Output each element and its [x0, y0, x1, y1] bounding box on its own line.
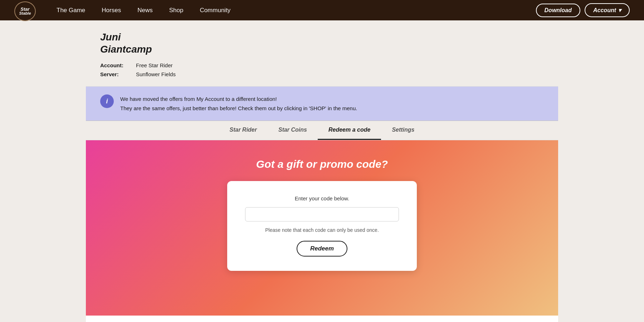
- redeem-note: Please note that each code can only be u…: [265, 227, 379, 233]
- server-value: Sunflower Fields: [136, 71, 176, 77]
- profile-name-line2: Giantcamp: [100, 44, 152, 55]
- navigation: Star Stable The Game Horses News Shop Co…: [0, 0, 644, 20]
- profile-name: Juni Giantcamp: [100, 31, 544, 55]
- profile-account-row: Account: Free Star Rider: [100, 62, 544, 68]
- nav-link-horses[interactable]: Horses: [95, 0, 127, 20]
- tab-settings[interactable]: Settings: [381, 121, 425, 140]
- profile-server-row: Server: Sunflower Fields: [100, 71, 544, 77]
- tab-star-coins[interactable]: Star Coins: [268, 121, 318, 140]
- download-button[interactable]: Download: [536, 4, 580, 17]
- server-label: Server:: [100, 71, 136, 77]
- info-text: We have moved the offers from My Account…: [120, 94, 357, 113]
- nav-link-news[interactable]: News: [131, 0, 159, 20]
- profile-name-line1: Juni: [100, 31, 121, 43]
- nav-link-community[interactable]: Community: [193, 0, 237, 20]
- profile-details: Account: Free Star Rider Server: Sunflow…: [100, 62, 544, 77]
- logo[interactable]: Star Stable: [14, 1, 39, 19]
- main-content: Juni Giantcamp Account: Free Star Rider …: [86, 20, 558, 322]
- nav-link-the-game[interactable]: The Game: [50, 0, 92, 20]
- tabs-bar: Star Rider Star Coins Redeem a code Sett…: [86, 121, 558, 140]
- info-banner: i We have moved the offers from My Accou…: [86, 87, 558, 121]
- account-arrow: ▾: [618, 7, 621, 14]
- redeem-instructions: Enter your code below.: [295, 195, 350, 201]
- account-label: Account: [593, 7, 616, 14]
- nav-links: The Game Horses News Shop Community: [50, 0, 536, 20]
- info-line2: They are the same offers, just better th…: [120, 104, 357, 113]
- info-line1: We have moved the offers from My Account…: [120, 94, 357, 104]
- redeem-section: Got a gift or promo code? Enter your cod…: [86, 140, 558, 316]
- account-button[interactable]: Account ▾: [585, 3, 630, 17]
- profile-header: Juni Giantcamp Account: Free Star Rider …: [86, 20, 558, 87]
- info-icon: i: [100, 94, 114, 108]
- logo-line2: Stable: [19, 11, 31, 15]
- tab-star-rider[interactable]: Star Rider: [219, 121, 268, 140]
- account-label: Account:: [100, 62, 136, 68]
- nav-actions: Download Account ▾: [536, 3, 630, 17]
- tab-redeem-code[interactable]: Redeem a code: [318, 121, 381, 140]
- redeem-button[interactable]: Redeem: [297, 241, 347, 257]
- account-value: Free Star Rider: [136, 62, 173, 68]
- redeem-card: Enter your code below. Please note that …: [227, 181, 417, 271]
- redeem-title: Got a gift or promo code?: [256, 158, 388, 170]
- nav-link-shop[interactable]: Shop: [163, 0, 190, 20]
- redeem-input[interactable]: [245, 207, 399, 221]
